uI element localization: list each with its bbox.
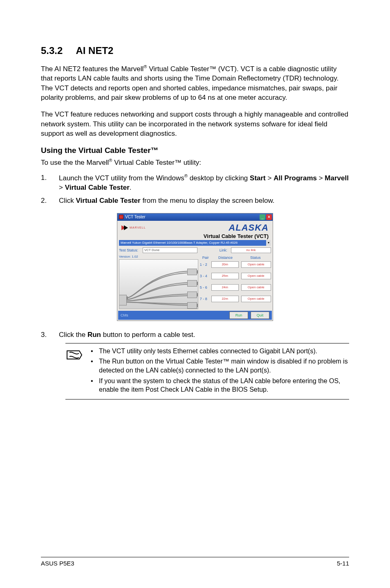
link-label: Link: (220, 248, 231, 252)
section-number: 5.3.2 (41, 45, 63, 56)
app-icon (119, 215, 123, 219)
test-status-label: Test Status: (119, 248, 143, 252)
vct-subtitle: Virtual Cable Tester (VCT) (117, 233, 273, 239)
minimize-button[interactable]: _ (260, 214, 265, 220)
section-title-text: AI NET2 (76, 45, 113, 56)
paragraph-2: The VCT feature reduces networking and s… (41, 110, 349, 138)
vct-titlebar: VCT Tester _ × (117, 213, 273, 221)
rj45-icon (187, 269, 197, 275)
version-label: Version: 1.02 (119, 255, 197, 258)
sub-heading: Using the Virtual Cable Tester™ (41, 146, 349, 155)
rj45-icon (119, 295, 127, 305)
vct-bottom-bar: CMs Run Quit (118, 311, 272, 320)
note-item: •The VCT utility only tests Ethernet cab… (91, 347, 349, 356)
vct-title: VCT Tester (125, 215, 146, 219)
page-footer: ASUS P5E3 5-11 (41, 557, 349, 567)
paragraph-1: The AI NET2 features the Marvell® Virtua… (41, 64, 349, 102)
run-button[interactable]: Run (229, 312, 248, 319)
cms-label: CMs (121, 313, 128, 317)
note-item: •If you want the system to check the sta… (91, 377, 349, 394)
rj45-icon (187, 292, 197, 298)
rj45-icon (187, 302, 197, 309)
footer-left: ASUS P5E3 (41, 560, 74, 567)
note-item: •The Run button on the Virtual Cable Tes… (91, 357, 349, 375)
test-status-value: VCT Done (143, 247, 197, 253)
link-value: no link (231, 247, 271, 253)
cable-diagram (119, 259, 198, 309)
note-block: •The VCT utility only tests Ethernet cab… (65, 343, 349, 399)
step-3: 3. Click the Run button to perform a cab… (41, 330, 349, 340)
quit-button[interactable]: Quit (251, 312, 269, 319)
chevron-down-icon[interactable]: ▾ (266, 240, 271, 246)
alaska-logo: ALASKA (229, 222, 269, 233)
sub-line: To use the the Marvell® Virtual Cable Te… (41, 157, 349, 167)
note-icon (65, 348, 83, 362)
result-row: 7 - 8 22m Open cable (200, 296, 271, 302)
result-row: 3 - 4 25m Open cable (200, 273, 271, 279)
rj45-icon (187, 280, 197, 287)
result-header: Pair Distance Status (200, 256, 271, 260)
close-button[interactable]: × (266, 214, 272, 220)
result-row: 5 - 6 24m Open cable (200, 284, 271, 291)
adapter-text: Marvell Yukon Gigabit Ethernet 10/100/10… (121, 241, 238, 245)
section-heading: 5.3.2AI NET2 (41, 45, 349, 56)
step-1: 1. Launch the VCT utility from the Windo… (41, 173, 349, 193)
vct-app-window: VCT Tester _ × MARVELL ALASKA Virtual Ca… (117, 213, 273, 321)
marvell-logo: MARVELL (121, 225, 146, 230)
step-2: 2. Click Virtual Cable Tester from the m… (41, 196, 349, 206)
footer-right: 5-11 (337, 560, 349, 567)
adapter-dropdown[interactable]: Marvell Yukon Gigabit Ethernet 10/100/10… (119, 240, 271, 246)
result-row: 1 - 2 20m Open cable (200, 261, 271, 268)
